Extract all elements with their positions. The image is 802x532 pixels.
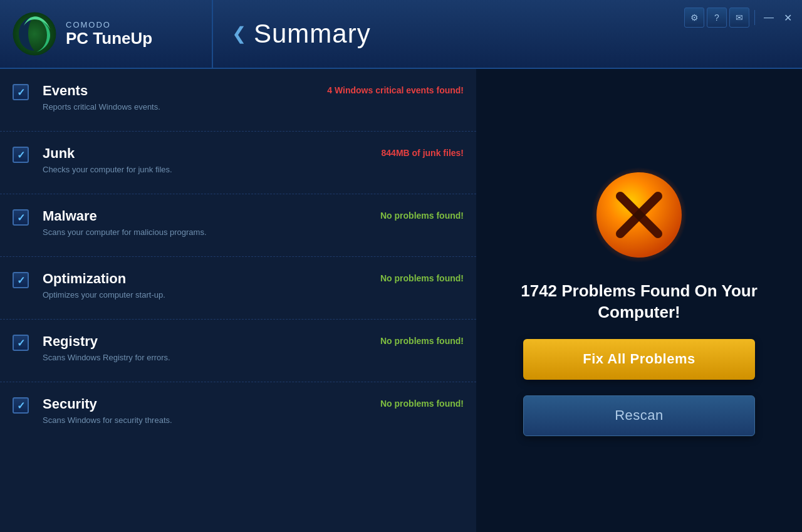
brand-name: COMODO — [66, 20, 152, 29]
checkbox-wrapper-security[interactable] — [13, 397, 31, 416]
checkbox-registry[interactable] — [13, 335, 29, 351]
help-icon: ? — [714, 13, 719, 23]
scan-item-info-junk: Junk Checks your computer for junk files… — [43, 145, 313, 174]
checkbox-wrapper-events[interactable] — [13, 84, 31, 103]
checkbox-wrapper-malware[interactable] — [13, 209, 31, 228]
scan-item-name-events: Events — [43, 83, 313, 99]
help-button[interactable]: ? — [707, 8, 727, 28]
scan-item-status-malware: No problems found! — [313, 208, 464, 221]
scan-item-name-junk: Junk — [43, 145, 313, 162]
logo-section: COMODO PC TuneUp — [0, 0, 213, 68]
scan-item-status-junk: 844MB of junk files! — [313, 145, 464, 158]
scan-item-registry: Registry Scans Windows Registry for erro… — [0, 320, 476, 382]
controls-divider — [754, 10, 755, 25]
scan-item-name-security: Security — [43, 396, 313, 412]
product-name: PC TuneUp — [66, 29, 152, 48]
scan-item-info-security: Security Scans Windows for security thre… — [43, 396, 313, 425]
scan-item-desc-registry: Scans Windows Registry for errors. — [43, 353, 313, 362]
main-content: Events Reports critical Windows events. … — [0, 69, 802, 532]
checkbox-optimization[interactable] — [13, 272, 29, 288]
settings-button[interactable]: ⚙ — [684, 8, 704, 28]
checkbox-junk[interactable] — [13, 147, 29, 163]
checkbox-events[interactable] — [13, 84, 29, 100]
scan-item-desc-malware: Scans your computer for malicious progra… — [43, 227, 313, 237]
scan-item-desc-optimization: Optimizes your computer start-up. — [43, 290, 313, 300]
close-button[interactable]: ✕ — [780, 12, 796, 24]
rescan-button[interactable]: Rescan — [523, 395, 755, 436]
problem-count: 1742 Problems Found On Your Computer! — [501, 281, 777, 323]
scan-item-status-security: No problems found! — [313, 396, 464, 409]
comodo-logo-icon — [13, 12, 56, 56]
left-panel: Events Reports critical Windows events. … — [0, 69, 476, 532]
scan-item-status-registry: No problems found! — [313, 333, 464, 346]
settings-icon: ⚙ — [690, 13, 699, 23]
scan-item-security: Security Scans Windows for security thre… — [0, 382, 476, 445]
checkbox-malware[interactable] — [13, 209, 29, 226]
scan-item-name-registry: Registry — [43, 333, 313, 350]
checkbox-wrapper-optimization[interactable] — [13, 272, 31, 291]
fix-all-button[interactable]: Fix All Problems — [523, 339, 755, 380]
scan-item-desc-events: Reports critical Windows events. — [43, 102, 313, 112]
scan-item-optimization: Optimization Optimizes your computer sta… — [0, 257, 476, 320]
titlebar-controls: ⚙ ? ✉ — ✕ — [684, 8, 796, 28]
scan-item-malware: Malware Scans your computer for maliciou… — [0, 194, 476, 257]
feedback-icon: ✉ — [736, 13, 743, 23]
back-arrow-icon[interactable]: ❮ — [232, 25, 246, 43]
checkbox-wrapper-registry[interactable] — [13, 335, 31, 353]
scan-item-status-optimization: No problems found! — [313, 271, 464, 283]
page-title: Summary — [254, 19, 371, 49]
scan-item-name-optimization: Optimization — [43, 271, 313, 287]
scan-item-info-events: Events Reports critical Windows events. — [43, 83, 313, 112]
checkbox-security[interactable] — [13, 397, 29, 414]
scan-item-info-optimization: Optimization Optimizes your computer sta… — [43, 271, 313, 300]
scan-item-name-malware: Malware — [43, 208, 313, 224]
logo-text: COMODO PC TuneUp — [66, 20, 152, 48]
scan-item-events: Events Reports critical Windows events. … — [0, 69, 476, 132]
feedback-button[interactable]: ✉ — [729, 8, 749, 28]
right-panel: 1742 Problems Found On Your Computer! Fi… — [476, 69, 802, 532]
titlebar: COMODO PC TuneUp ❮ Summary ⚙ ? ✉ — ✕ — [0, 0, 802, 69]
checkbox-wrapper-junk[interactable] — [13, 147, 31, 165]
minimize-button[interactable]: — — [760, 12, 778, 23]
scan-item-info-registry: Registry Scans Windows Registry for erro… — [43, 333, 313, 362]
scan-item-desc-junk: Checks your computer for junk files. — [43, 165, 313, 174]
problem-icon — [589, 165, 689, 265]
scan-item-desc-security: Scans Windows for security threats. — [43, 415, 313, 425]
scan-item-status-events: 4 Windows critical events found! — [313, 83, 464, 95]
scan-item-info-malware: Malware Scans your computer for maliciou… — [43, 208, 313, 237]
scan-item-junk: Junk Checks your computer for junk files… — [0, 132, 476, 194]
